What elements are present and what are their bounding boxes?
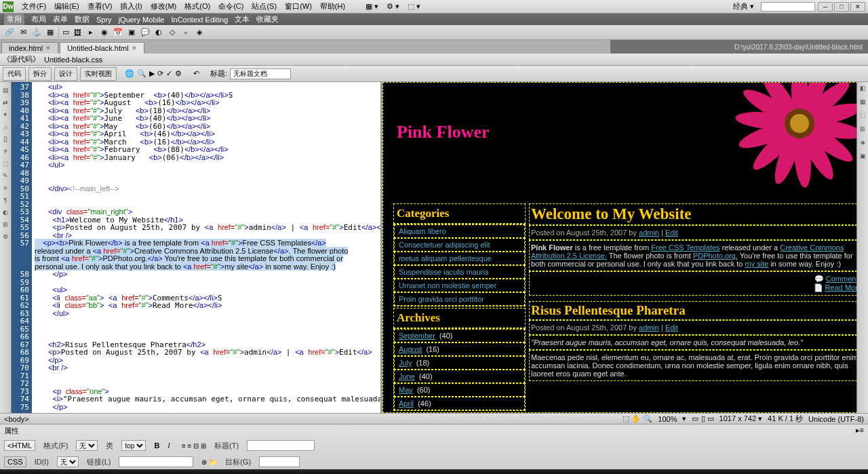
extensions-icon[interactable]: ⬚ ▾	[403, 1, 425, 12]
table-icon[interactable]: ▦	[45, 27, 56, 38]
menu-commands[interactable]: 命令(C)	[214, 0, 248, 13]
menu-format[interactable]: 格式(O)	[180, 0, 214, 13]
css-link[interactable]: Untitled-black.css	[44, 56, 102, 64]
tool-icon[interactable]: ✎	[1, 170, 11, 181]
mysite-link[interactable]: my site	[745, 260, 769, 268]
div-icon[interactable]: ▭	[58, 27, 69, 38]
tool-icon[interactable]: ✦	[1, 109, 11, 120]
design-view-button[interactable]: 设计	[54, 67, 77, 81]
tool-icon[interactable]: ⊞	[1, 219, 11, 230]
tab-untitled[interactable]: Untitled-black.html✕	[60, 42, 144, 54]
design-preview[interactable]: Pink Flower Categories Aliquam liberoCon…	[382, 82, 868, 413]
tool-icon[interactable]: ▤	[1, 85, 11, 96]
panel-icon[interactable]: ◧	[858, 85, 868, 96]
category-item[interactable]: Consectetuer adipiscing elit	[394, 238, 525, 252]
menu-edit[interactable]: 编辑(E)	[50, 0, 83, 13]
tool-icon[interactable]: ◐	[1, 207, 11, 218]
tool-icon[interactable]: ⌕	[1, 121, 11, 132]
archive-item[interactable]: August (16)	[394, 342, 525, 356]
category-item[interactable]: Proin gravida orci porttitor	[394, 292, 525, 306]
tool-icon[interactable]: #	[1, 146, 11, 157]
split-view-button[interactable]: 拆分	[28, 67, 52, 81]
title-input[interactable]	[230, 68, 291, 79]
zoom-level[interactable]: 100%	[658, 415, 677, 423]
tab-index[interactable]: index.html✕	[1, 42, 58, 54]
tool-icon[interactable]: ¶	[1, 195, 11, 205]
settings-icon[interactable]: ⚙ ▾	[382, 1, 403, 12]
search-input[interactable]	[761, 2, 815, 12]
tag-icon[interactable]: ◈	[194, 27, 205, 38]
category-item[interactable]: metus aliquam pellentesque	[394, 252, 525, 265]
edit-link[interactable]: Edit	[665, 323, 678, 332]
date-icon[interactable]: 📅	[113, 27, 123, 38]
format-select[interactable]: 无	[76, 440, 98, 451]
close-button[interactable]: ✕	[850, 2, 865, 12]
category-item[interactable]: Suspendisse iaculis mauris	[394, 265, 525, 279]
menu-modify[interactable]: 修改(M)	[146, 0, 181, 13]
script-icon[interactable]: ◇	[167, 27, 178, 38]
panel-menu-icon[interactable]: ▸≡	[856, 426, 864, 436]
live-view-button[interactable]: 实时视图	[80, 67, 117, 81]
templates-icon[interactable]: ▫	[180, 27, 191, 38]
tab-incontext[interactable]: InContext Editing	[171, 16, 228, 24]
fct-link[interactable]: Free CSS Templates	[651, 243, 719, 252]
menu-help[interactable]: 帮助(H)	[316, 0, 349, 13]
tab-spry[interactable]: Spry	[96, 16, 112, 24]
title-field[interactable]	[247, 440, 315, 451]
panel-icon[interactable]: ◈	[858, 139, 868, 150]
archive-item[interactable]: July (18)	[394, 356, 525, 370]
layout-dropdown-icon[interactable]: ▦ ▾	[361, 1, 382, 12]
menu-insert[interactable]: 插入(I)	[116, 0, 146, 13]
hyperlink-icon[interactable]: 🔗	[4, 27, 15, 38]
widget-icon[interactable]: ◉	[99, 27, 110, 38]
panel-icon[interactable]: ⬚	[858, 112, 868, 123]
tab-favorites[interactable]: 收藏夹	[256, 14, 279, 24]
server-icon[interactable]: ▣	[126, 27, 137, 38]
minimize-button[interactable]: ─	[818, 2, 833, 12]
tool-icon[interactable]: ⇄	[1, 97, 11, 108]
tool-icon[interactable]: ⚙	[1, 231, 11, 242]
head-icon[interactable]: ◐	[153, 27, 164, 38]
tool-icon[interactable]: ≡	[1, 182, 11, 193]
archive-item[interactable]: June (40)	[394, 370, 525, 383]
tab-forms[interactable]: 表单	[53, 14, 68, 24]
tab-common[interactable]: 常用	[4, 14, 24, 25]
panel-icon[interactable]: ▦	[858, 98, 868, 109]
code-view-button[interactable]: 代码	[3, 67, 26, 81]
pdphoto-link[interactable]: PDPhoto.org.	[693, 252, 738, 260]
html-mode-button[interactable]: <HTML	[4, 440, 35, 451]
panel-icon[interactable]: ▣	[858, 153, 868, 163]
windows-taskbar[interactable]	[0, 469, 868, 474]
target-field[interactable]	[259, 456, 300, 467]
tab-data[interactable]: 数据	[75, 14, 90, 24]
tag-selector[interactable]: <body>	[4, 415, 29, 423]
admin-link[interactable]: admin	[639, 323, 659, 332]
edit-link[interactable]: Edit	[665, 229, 678, 237]
category-item[interactable]: Urnanet non molestie semper	[394, 279, 525, 292]
code-content[interactable]: <ul> <li><a href="#">September <b>(40)</…	[32, 82, 380, 413]
tool-icon[interactable]: ⬚	[1, 158, 11, 169]
close-icon[interactable]: ✕	[132, 45, 137, 52]
link-field[interactable]	[119, 456, 193, 467]
workspace-dropdown[interactable]: 经典 ▾	[729, 0, 758, 13]
source-link[interactable]: 《源代码》	[3, 54, 40, 64]
archive-item[interactable]: April (46)	[394, 397, 525, 410]
menu-site[interactable]: 站点(S)	[248, 0, 281, 13]
maximize-button[interactable]: □	[834, 2, 849, 12]
archive-item[interactable]: May (60)	[394, 383, 525, 397]
admin-link[interactable]: admin	[639, 229, 659, 237]
anchor-icon[interactable]: ⚓	[31, 27, 42, 38]
close-icon[interactable]: ✕	[45, 45, 51, 52]
comment-icon[interactable]: 💬	[140, 27, 151, 38]
tab-text[interactable]: 文本	[235, 14, 250, 24]
menu-file[interactable]: 文件(F)	[18, 0, 50, 13]
image-icon[interactable]: 🖼	[72, 27, 83, 38]
tool-icon[interactable]: {}	[1, 134, 11, 144]
id-select[interactable]: 无	[57, 456, 79, 467]
category-item[interactable]: Aliquam libero	[394, 224, 525, 238]
menu-view[interactable]: 查看(V)	[83, 0, 117, 13]
media-icon[interactable]: ▸	[85, 27, 96, 38]
css-mode-button[interactable]: CSS	[4, 456, 26, 467]
tab-jquery[interactable]: jQuery Mobile	[119, 16, 165, 24]
archive-item[interactable]: September (40)	[394, 329, 525, 342]
